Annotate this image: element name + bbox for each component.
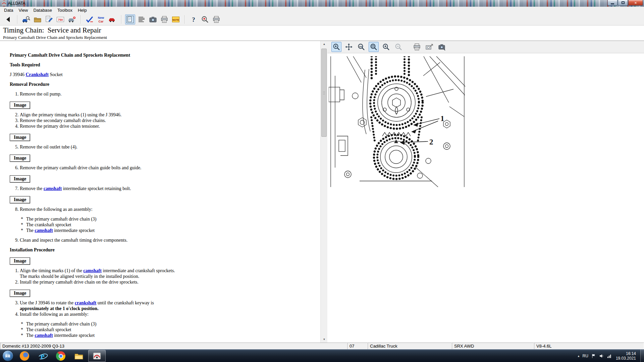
image-button[interactable]: Image: [10, 102, 30, 109]
doc-paragraph: J 39946 Crankshaft Socket: [10, 72, 307, 77]
zoom-fit-icon: [370, 43, 378, 51]
maximize-button[interactable]: [618, 0, 628, 6]
alldata-icon: [93, 352, 101, 360]
doc-list-item: 3.Remove the secondary camshaft drive ch…: [10, 118, 307, 123]
zoom-actual-icon: 100: [357, 43, 365, 51]
image-viewer-pane: 100: [327, 41, 644, 343]
page-subtitle: Primary Camshaft Drive Chain and Sprocke…: [3, 35, 644, 40]
vehicle-systems-button[interactable]: [67, 14, 77, 24]
menu-data[interactable]: Data: [1, 7, 16, 13]
doc-bullet-marker: *: [21, 228, 26, 233]
help-icon: ?: [190, 15, 198, 23]
chrome-icon: [56, 351, 65, 361]
doc-list-text: approximately at the 1 o'clock position.: [20, 306, 307, 311]
doc-text-segment: Remove the oil pump.: [20, 92, 61, 97]
print-button[interactable]: [159, 14, 169, 24]
repair-edit-button[interactable]: [44, 14, 54, 24]
menu-toolbox[interactable]: Toolbox: [55, 7, 75, 13]
folder-button[interactable]: [33, 14, 43, 24]
tsb-check-icon: [86, 15, 94, 23]
network-icon[interactable]: [607, 354, 611, 358]
scroll-down-button[interactable]: ▼: [321, 336, 328, 343]
clock[interactable]: 16:14 19.03.2021: [614, 351, 637, 361]
doc-list-item: 7.Remove the camshaft intermediate sproc…: [10, 186, 307, 191]
doc-text-segment: Align the timing marks (1) of the: [20, 268, 83, 273]
scrollbar-thumb[interactable]: [321, 49, 327, 137]
diagram-callout-1: 1: [440, 114, 444, 123]
image-button[interactable]: Image: [10, 155, 30, 162]
doc-link-camshaft[interactable]: camshaft: [44, 186, 62, 191]
menu-help[interactable]: Help: [75, 7, 90, 13]
close-button[interactable]: ×: [628, 0, 643, 6]
taskbar-firefox-button[interactable]: [16, 350, 33, 362]
new-car-button[interactable]: NewCar: [96, 14, 106, 24]
doc-bullet-marker: *: [21, 216, 26, 222]
doc-list-number: 5.: [15, 144, 20, 150]
document-pane: Primary Camshaft Drive Chain and Sprocke…: [0, 41, 320, 343]
text-view-button[interactable]: [137, 14, 147, 24]
labor-times-button[interactable]: 750: [55, 14, 65, 24]
print-article-button[interactable]: [211, 14, 221, 24]
tsb-check-button[interactable]: [85, 14, 95, 24]
image-view-button[interactable]: [148, 14, 158, 24]
doc-bullet-text: The primary camshaft drive chain (3): [26, 216, 307, 222]
scroll-up-button[interactable]: ▲: [321, 41, 328, 47]
taskbar-explorer-button[interactable]: [70, 350, 88, 362]
action-center-flag-icon[interactable]: [591, 354, 596, 358]
doc-link-crankshaft[interactable]: crankshaft: [75, 300, 97, 305]
doc-bullet-marker: *: [21, 222, 26, 228]
doc-link-camshaft[interactable]: camshaft: [83, 268, 101, 273]
image-button-row: Image: [10, 175, 307, 183]
doc-link-camshaft[interactable]: camshaft: [35, 333, 53, 338]
red-car-button[interactable]: [107, 14, 117, 24]
zoom-fit-button[interactable]: [369, 42, 379, 52]
copy-image-button[interactable]: [424, 42, 434, 52]
zoom-actual-button[interactable]: 100: [356, 42, 366, 52]
image-button[interactable]: Image: [10, 257, 30, 265]
language-indicator[interactable]: RU: [583, 354, 588, 358]
start-button[interactable]: [0, 350, 15, 362]
image-button[interactable]: Image: [10, 175, 30, 183]
doc-text-segment: The primary camshaft drive chain (3): [26, 217, 97, 222]
back-button[interactable]: [3, 14, 13, 24]
car-red-icon: [108, 15, 116, 23]
print-image-button[interactable]: [412, 42, 422, 52]
tray-expand-icon[interactable]: ▴: [578, 354, 580, 358]
menubar: DataViewDatabaseToolboxHelp: [0, 7, 644, 13]
image-button[interactable]: Image: [10, 134, 30, 141]
status-field-3: SRX AWD: [452, 343, 534, 349]
zoom-in-button[interactable]: [331, 42, 341, 52]
minimize-button[interactable]: [607, 0, 618, 6]
export-image-button[interactable]: [437, 42, 447, 52]
notes-button[interactable]: NOTE: [171, 14, 181, 24]
taskbar-chrome-button[interactable]: [52, 350, 69, 362]
doc-bullet-item: *The crankshaft sprocket: [10, 222, 307, 228]
doc-text-segment: intermediate sprocket retaining bolt.: [62, 186, 131, 191]
taskbar: e ▴ RU 16:14 19.03.2021: [0, 349, 644, 362]
help-button[interactable]: ?: [189, 14, 199, 24]
doc-text-segment: The: [26, 228, 35, 233]
doc-text-segment: The primary camshaft drive chain (3): [26, 321, 97, 326]
menu-view[interactable]: View: [16, 7, 31, 13]
image-button[interactable]: Image: [10, 196, 30, 203]
doc-list-text: Remove the oil pump.: [20, 91, 307, 97]
print-small-icon: [212, 15, 220, 23]
doc-text-segment: Remove the primary camshaft drive chain …: [20, 165, 141, 170]
zoom-in-step-button[interactable]: [381, 42, 391, 52]
taskbar-ie-button[interactable]: e: [34, 350, 51, 362]
volume-icon[interactable]: [599, 354, 604, 358]
article-view-button[interactable]: [125, 14, 135, 24]
doc-link-crankshaft[interactable]: Crankshaft: [25, 72, 48, 77]
image-button[interactable]: Image: [10, 290, 30, 297]
pan-button[interactable]: [344, 42, 354, 52]
document-scrollbar[interactable]: ▲ ▼: [320, 41, 327, 343]
svg-text:New: New: [98, 16, 105, 19]
menu-database[interactable]: Database: [31, 7, 55, 13]
show-desktop-button[interactable]: [640, 350, 644, 362]
taskbar-alldata-button[interactable]: [88, 350, 106, 362]
toolbar-separator: [17, 15, 17, 24]
vehicle-select-button[interactable]: [21, 14, 31, 24]
doc-list-number: 2.: [15, 279, 20, 285]
search-vehicle-button[interactable]: [200, 14, 210, 24]
doc-link-camshaft[interactable]: camshaft: [35, 228, 53, 233]
